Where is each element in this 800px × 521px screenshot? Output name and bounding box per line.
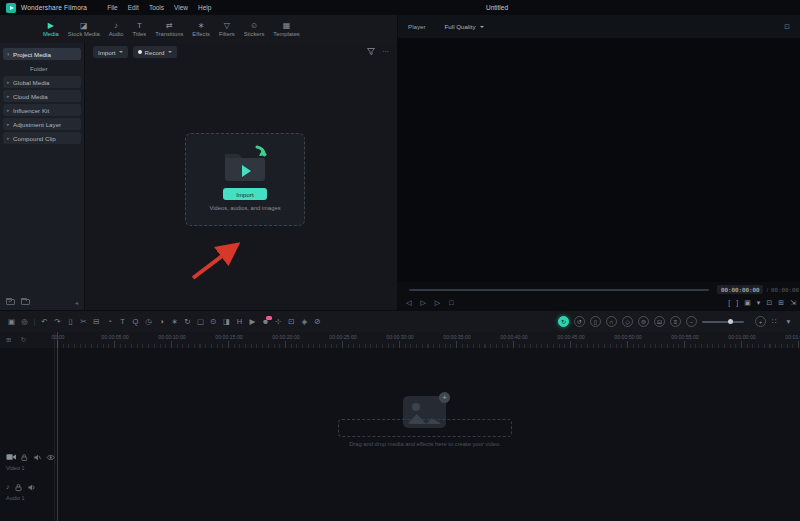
copy-icon[interactable]: ⊡ xyxy=(286,315,297,329)
lock-icon[interactable] xyxy=(14,483,23,492)
sidebar-item-folder[interactable]: Folder xyxy=(20,62,81,74)
preview-window-icon[interactable]: ⊡ xyxy=(654,316,665,327)
total-duration: 00:00:00:00 xyxy=(771,287,800,293)
undo-icon[interactable]: ↶ xyxy=(39,315,50,329)
timeline-drop-zone[interactable] xyxy=(338,419,512,437)
tab-stock-media[interactable]: ◪ Stock Media xyxy=(65,20,103,38)
delete-folder-icon[interactable] xyxy=(21,299,30,305)
track-settings-icon[interactable]: ↻ xyxy=(20,336,25,344)
import-dropdown-button[interactable]: Import xyxy=(93,46,128,58)
more-options-icon[interactable]: ⋯ xyxy=(382,48,389,56)
video-preview[interactable] xyxy=(398,38,800,282)
mark-in-icon[interactable]: [ xyxy=(728,298,730,308)
auto-ripple-icon[interactable]: ↻ xyxy=(558,316,569,327)
sidebar-item-cloud-media[interactable]: ▸ Cloud Media xyxy=(3,90,81,102)
video-camera-icon[interactable] xyxy=(6,453,16,461)
display-settings-icon[interactable]: ⊡ xyxy=(766,298,772,308)
marker-icon[interactable]: H xyxy=(234,315,245,329)
sidebar-item-project-media[interactable]: ▾ Project Media xyxy=(3,48,81,60)
menu-file[interactable]: File xyxy=(107,4,117,11)
ai-tools-icon[interactable]: ☻ xyxy=(260,315,271,329)
chroma-key-icon[interactable]: ◨ xyxy=(221,315,232,329)
tab-stickers[interactable]: ☺ Stickers xyxy=(241,20,268,38)
timeline-menu-icon[interactable]: ▾ xyxy=(783,315,794,329)
hide-track-eye-icon[interactable] xyxy=(46,453,55,462)
phone-preview-icon[interactable]: ▯ xyxy=(590,316,601,327)
render-bar-icon[interactable]: ≡ xyxy=(670,316,681,327)
hand-tool-icon[interactable]: ⊹ xyxy=(273,315,284,329)
new-folder-icon[interactable]: + xyxy=(6,299,15,305)
timeline-canvas[interactable]: + Drag and drop media and effects here t… xyxy=(55,348,800,521)
collapse-sidebar-icon[interactable]: ◂ xyxy=(75,299,78,306)
mark-out-icon[interactable]: ] xyxy=(736,298,738,308)
stop-icon[interactable]: □ xyxy=(449,298,453,308)
audio-track-icon[interactable]: ♪ xyxy=(6,483,10,491)
import-dropzone[interactable]: Import Videos, audios, and images xyxy=(185,133,305,226)
sidebar-item-global-media[interactable]: ▸ Global Media xyxy=(3,76,81,88)
previous-frame-icon[interactable]: ◁ xyxy=(406,298,411,308)
tab-audio[interactable]: ♪ Audio xyxy=(106,20,127,38)
zoom-slider-knob[interactable] xyxy=(728,319,733,324)
menu-edit[interactable]: Edit xyxy=(128,4,139,11)
tab-transitions[interactable]: ⇄ Transitions xyxy=(152,20,186,38)
fullscreen-icon[interactable]: ⇲ xyxy=(790,298,796,308)
toolbar-divider[interactable]: | xyxy=(32,315,37,329)
snapshot-menu-icon[interactable]: ▾ xyxy=(757,298,761,308)
ruler-scale[interactable]: 00:0000:00:05:0000:00:10:0000:00:15:0000… xyxy=(55,332,800,348)
tab-titles[interactable]: T Titles xyxy=(130,20,150,38)
track-height-icon[interactable]: ∷ xyxy=(769,315,780,329)
timeline-zoom-slider[interactable] xyxy=(702,321,744,323)
seek-bar[interactable] xyxy=(409,289,709,291)
render-preview-icon[interactable]: ▶ xyxy=(247,315,258,329)
timeline-ruler[interactable]: ⊞↻ 00:0000:00:05:0000:00:10:0000:00:15:0… xyxy=(0,332,800,348)
tab-effects[interactable]: ∗ Effects xyxy=(189,20,213,38)
snapshot-icon[interactable]: ▣ xyxy=(744,298,751,308)
rotate-icon[interactable]: ↻ xyxy=(182,315,193,329)
play-icon[interactable]: ▷ xyxy=(420,298,425,308)
redo-icon[interactable]: ↷ xyxy=(52,315,63,329)
crop-icon[interactable]: ⊟ xyxy=(91,315,102,329)
motion-track-icon[interactable]: ⊙ xyxy=(208,315,219,329)
tab-filters[interactable]: ▽ Filters xyxy=(216,20,238,38)
link-clips-icon[interactable]: ⊜ xyxy=(638,316,649,327)
transform-icon[interactable]: ▢ xyxy=(195,315,206,329)
import-button[interactable]: Import xyxy=(223,188,267,200)
menu-tools[interactable]: Tools xyxy=(149,4,164,11)
filter-sort-icon[interactable] xyxy=(367,48,375,56)
record-dropdown-button[interactable]: Record xyxy=(133,46,177,58)
record-icon xyxy=(138,50,142,54)
split-icon[interactable]: ✂ xyxy=(78,315,89,329)
sidebar-item-adjustment-layer[interactable]: ▸ Adjustment Layer xyxy=(3,118,81,130)
tab-media[interactable]: ▶ Media xyxy=(40,20,62,38)
mask-icon[interactable]: ⊘ xyxy=(312,315,323,329)
detach-player-icon[interactable]: ⊡ xyxy=(784,23,790,31)
select-tool-icon[interactable]: ▣ xyxy=(6,315,17,329)
sidebar-item-influencer-kit[interactable]: ▸ Influencer Kit xyxy=(3,104,81,116)
zoom-in-icon[interactable]: + xyxy=(755,316,766,327)
lock-icon[interactable] xyxy=(20,453,29,462)
next-frame-icon[interactable]: ▷ xyxy=(435,298,440,308)
menu-help[interactable]: Help xyxy=(198,4,211,11)
tab-icon: ◪ xyxy=(80,21,88,30)
keyframe-icon[interactable]: ◈ xyxy=(299,315,310,329)
snapping-icon[interactable]: ∩ xyxy=(606,316,617,327)
text-tool-icon[interactable]: T xyxy=(117,315,128,329)
zoom-out-icon[interactable]: − xyxy=(686,316,697,327)
effects-icon[interactable]: ∗ xyxy=(169,315,180,329)
speed-icon[interactable]: ◔ xyxy=(104,315,115,329)
duration-icon[interactable]: ◷ xyxy=(143,315,154,329)
rewind-icon[interactable]: ↺ xyxy=(574,316,585,327)
keyframe-toggle-icon[interactable]: ◇ xyxy=(622,316,633,327)
menu-view[interactable]: View xyxy=(174,4,188,11)
manage-tracks-icon[interactable]: ⊞ xyxy=(6,336,11,344)
delete-icon[interactable]: ▯ xyxy=(65,315,76,329)
sidebar-item-compound-clip[interactable]: ▸ Compound Clip xyxy=(3,132,81,144)
speaker-icon[interactable] xyxy=(27,483,36,492)
mute-track-icon[interactable] xyxy=(33,453,42,462)
crop-preview-icon[interactable]: ⊞ xyxy=(778,298,784,308)
quality-dropdown[interactable]: Full Quality xyxy=(440,21,489,32)
zoom-tool-icon[interactable]: Q xyxy=(130,315,141,329)
tab-templates[interactable]: ▦ Templates xyxy=(270,20,302,38)
quick-split-icon[interactable]: ◎ xyxy=(19,315,30,329)
color-icon[interactable]: ◑ xyxy=(156,315,167,329)
